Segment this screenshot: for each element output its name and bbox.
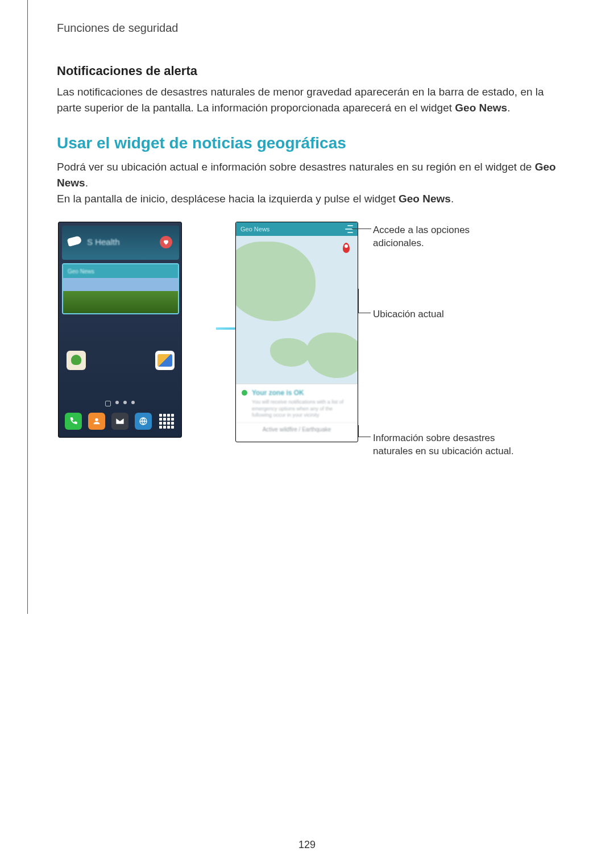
heart-icon (160, 236, 172, 248)
subheading-alert-notifications: Notificaciones de alerta (57, 64, 197, 78)
geo-news-label: Geo News (68, 268, 94, 275)
internet-icon (135, 413, 152, 430)
landmass-icon (306, 333, 358, 378)
homescreen-middle (62, 319, 179, 381)
bold-geo-news: Geo News (399, 193, 451, 205)
text: . (85, 177, 88, 189)
shealth-widget: S Health (62, 226, 179, 260)
status-subtext: You will receive notifications with a li… (252, 399, 352, 419)
shealth-label: S Health (87, 237, 120, 247)
landmass-icon (236, 242, 316, 321)
paragraph-widget-intro: Podrá ver su ubicación actual e informac… (57, 159, 557, 190)
dot-icon (131, 401, 135, 404)
paragraph-alert-notifications: Las notificaciones de desastres naturale… (57, 84, 557, 115)
text: Podrá ver su ubicación actual e informac… (57, 161, 535, 173)
gallery-icon (155, 351, 175, 370)
geo-news-widget-expanded: Geo News Your zone is OK You will receiv… (235, 222, 358, 442)
status-ok-icon (242, 390, 247, 396)
shoe-icon (67, 235, 82, 247)
widget-status-panel: Your zone is OK You will receive notific… (236, 384, 358, 422)
callout-options: Accede a las opciones adicionales. (373, 224, 515, 250)
chapter-breadcrumb: Funciones de seguridad (57, 22, 178, 35)
text: . (451, 193, 454, 205)
menu-icon (345, 225, 353, 233)
widget-title: Geo News (240, 226, 269, 232)
home-indicator-icon (105, 401, 111, 406)
callout-current-location: Ubicación actual (373, 308, 515, 321)
leader-line (358, 425, 359, 437)
apps-icon (158, 413, 175, 430)
widget-footer: Active wildfire / Earthquake (236, 422, 358, 436)
leader-line (352, 229, 371, 229)
figure-geo-news: S Health Geo News (57, 221, 557, 459)
dot-icon (115, 401, 119, 404)
margin-rule (27, 0, 28, 614)
geo-news-widget-small: Geo News (62, 263, 179, 314)
dock (59, 409, 181, 434)
callout-disaster-info: Información sobre desastres naturales en… (373, 432, 521, 458)
map-view (236, 236, 358, 384)
contacts-icon (88, 413, 105, 430)
widget-header: Geo News (236, 222, 358, 236)
dot-icon (123, 401, 127, 404)
phone-icon (65, 413, 82, 430)
manual-page: Funciones de seguridad Notificaciones de… (0, 0, 614, 868)
leader-line (358, 313, 371, 313)
heading-geo-news-widget: Usar el widget de noticias geográficas (57, 134, 346, 152)
leader-line (358, 289, 359, 313)
paragraph-widget-instruction: En la pantalla de inicio, desplácese hac… (57, 191, 557, 207)
location-pin-icon (343, 243, 350, 253)
page-indicator (59, 401, 181, 406)
bold-geo-news: Geo News (455, 102, 507, 114)
page-number: 129 (0, 839, 614, 851)
text: . (507, 102, 510, 114)
homescreen-screenshot: S Health Geo News (58, 222, 182, 438)
landscape-image (63, 278, 178, 314)
messages-icon (111, 413, 128, 430)
status-title: Your zone is OK (252, 389, 304, 397)
app-icon (67, 351, 86, 370)
leader-line (358, 437, 371, 437)
text: En la pantalla de inicio, desplácese hac… (57, 193, 399, 205)
landmass-icon (270, 338, 310, 367)
